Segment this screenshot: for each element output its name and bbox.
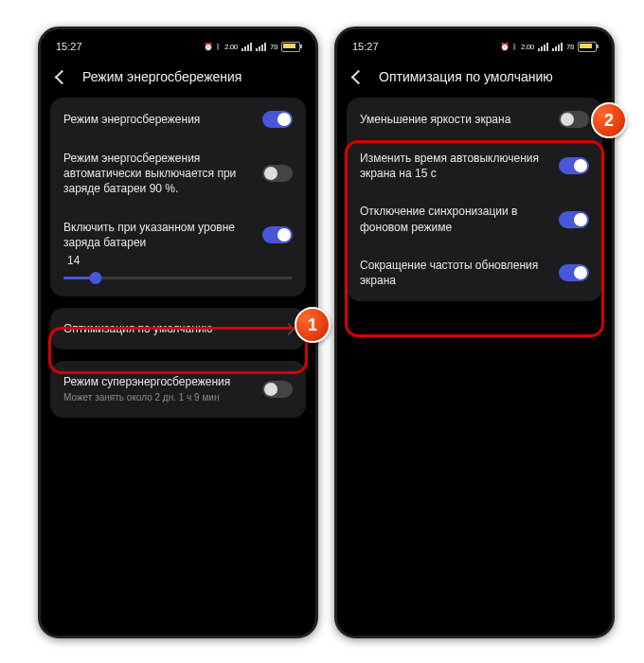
optimization-card[interactable]: Оптимизация по умолчанию xyxy=(50,308,306,349)
chevron-right-icon xyxy=(282,323,295,335)
signal-icon xyxy=(242,43,252,51)
row-screen-timeout-15s[interactable]: Изменить время автовыключения экрана на … xyxy=(347,139,602,192)
status-time: 15:27 xyxy=(352,41,379,52)
power-saving-card: Режим энергосбережения Режим энергосбере… xyxy=(50,98,306,296)
row-label: Оптимизация по умолчанию xyxy=(63,321,275,336)
row-label: Режим энергосбережения автоматически вык… xyxy=(63,151,253,197)
row-label: Режим суперэнергосбережения Может занять… xyxy=(63,374,253,404)
battery-pct: 78 xyxy=(566,43,574,51)
row-label: Уменьшение яркости экрана xyxy=(360,112,549,127)
row-power-saving[interactable]: Режим энергосбережения xyxy=(50,99,306,139)
row-enable-at-level[interactable]: Включить при указанном уровне заряда бат… xyxy=(50,208,306,252)
battery-level-slider[interactable]: 14 xyxy=(50,254,306,295)
phone-screen-1: 15:27 ⏰ ᛒ 2.00 78 Режим энергосбережения… xyxy=(38,27,318,638)
step-badge-1: 1 xyxy=(295,307,331,343)
back-button[interactable] xyxy=(350,69,366,84)
toggle-reduce-brightness[interactable] xyxy=(559,111,589,128)
super-saving-card: Режим суперэнергосбережения Может занять… xyxy=(50,361,306,418)
status-indicators: ⏰ ᛒ 2.00 78 xyxy=(204,42,300,52)
status-time: 15:27 xyxy=(56,41,82,52)
net-speed: 2.00 xyxy=(224,43,238,51)
step-badge-2: 2 xyxy=(591,102,627,138)
row-label: Сокращение частоты обновления экрана xyxy=(360,258,549,288)
row-label: Изменить время автовыключения экрана на … xyxy=(360,151,549,181)
slider-track[interactable] xyxy=(63,277,293,279)
toggle-enable-at-level[interactable] xyxy=(262,226,293,243)
toggle-disable-sync[interactable] xyxy=(559,211,589,228)
toggle-auto-off-90[interactable] xyxy=(262,165,293,182)
row-label: Включить при указанном уровне заряда бат… xyxy=(63,220,253,250)
page-title: Оптимизация по умолчанию xyxy=(379,69,553,84)
row-label: Режим энергосбережения xyxy=(63,112,253,127)
row-super-saving[interactable]: Режим суперэнергосбережения Может занять… xyxy=(50,363,306,416)
status-indicators: ⏰ ᛒ 2.00 78 xyxy=(500,42,597,52)
signal-icon-2 xyxy=(552,43,563,51)
badge-number: 1 xyxy=(308,315,317,335)
row-reduce-brightness[interactable]: Уменьшение яркости экрана xyxy=(347,99,602,139)
status-bar: 15:27 ⏰ ᛒ 2.00 78 xyxy=(337,29,612,60)
back-button[interactable] xyxy=(54,69,69,84)
toggle-reduce-refresh[interactable] xyxy=(559,264,589,281)
row-label: Отключение синхронизации в фоновом режим… xyxy=(360,204,549,234)
phone-screen-2: 15:27 ⏰ ᛒ 2.00 78 Оптимизация по умолчан… xyxy=(334,27,615,638)
bluetooth-icon: ᛒ xyxy=(216,43,221,51)
net-speed: 2.00 xyxy=(521,43,534,51)
slider-value: 14 xyxy=(67,254,293,267)
bluetooth-icon: ᛒ xyxy=(512,43,517,51)
battery-icon xyxy=(281,42,300,52)
signal-icon-2 xyxy=(256,43,266,51)
toggle-screen-timeout[interactable] xyxy=(559,157,589,174)
row-label-text: Режим суперэнергосбережения xyxy=(63,375,230,388)
signal-icon xyxy=(538,43,548,51)
row-auto-off-90[interactable]: Режим энергосбережения автоматически вык… xyxy=(50,139,306,208)
alarm-icon: ⏰ xyxy=(500,43,510,51)
alarm-icon: ⏰ xyxy=(204,43,213,51)
row-disable-sync[interactable]: Отключение синхронизации в фоновом режим… xyxy=(347,192,602,245)
optimization-options-card: Уменьшение яркости экрана Изменить время… xyxy=(347,98,602,301)
header: Оптимизация по умолчанию xyxy=(337,60,612,98)
row-sublabel: Может занять около 2 дн. 1 ч 9 мин xyxy=(63,391,253,404)
slider-thumb[interactable] xyxy=(89,272,101,284)
row-reduce-refresh-rate[interactable]: Сокращение частоты обновления экрана xyxy=(347,246,602,299)
page-title: Режим энергосбережения xyxy=(82,69,242,84)
toggle-power-saving[interactable] xyxy=(262,111,293,128)
battery-pct: 78 xyxy=(270,43,277,51)
status-bar: 15:27 ⏰ ᛒ 2.00 78 xyxy=(41,29,315,60)
toggle-super-saving[interactable] xyxy=(262,381,293,398)
row-default-optimization[interactable]: Оптимизация по умолчанию xyxy=(50,310,306,348)
badge-number: 2 xyxy=(604,111,614,131)
battery-icon xyxy=(578,42,597,52)
header: Режим энергосбережения xyxy=(41,60,315,98)
